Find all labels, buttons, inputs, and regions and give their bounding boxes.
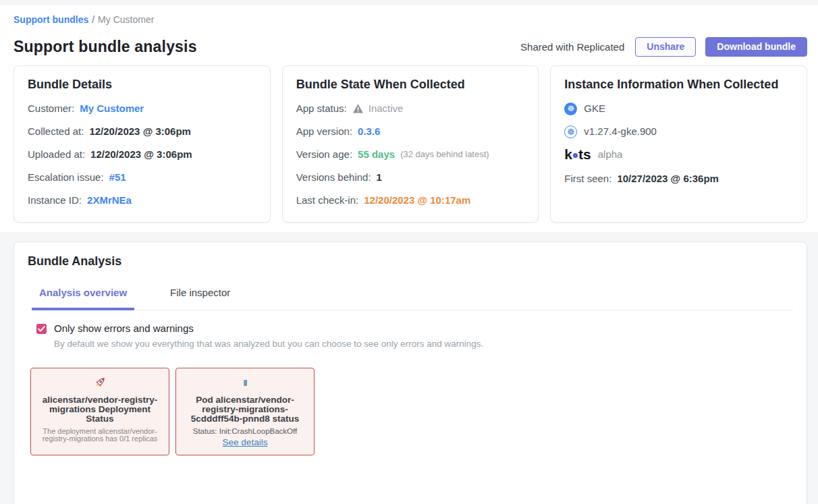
tab-file-inspector[interactable]: File inspector xyxy=(163,287,238,310)
customer-label: Customer: xyxy=(28,102,74,115)
app-version-label: App version: xyxy=(296,125,352,138)
issue-card-deployment: alicenstar/vendor-registry-migrations De… xyxy=(30,368,169,455)
bundle-details-title: Bundle Details xyxy=(28,78,256,92)
customer-link[interactable]: My Customer xyxy=(80,102,144,115)
first-seen-label: First seen: xyxy=(564,172,611,186)
version-age-value: 55 days xyxy=(358,148,395,161)
app-status-value: Inactive xyxy=(369,102,404,115)
k8s-version-row: ☸ v1.27.4-gke.900 xyxy=(564,125,793,138)
uploaded-at-label: Uploaded at: xyxy=(28,148,85,161)
info-cards-row: Bundle Details Customer: My Customer Col… xyxy=(13,65,807,223)
first-seen-row: First seen: 10/27/2023 @ 6:36pm xyxy=(564,172,793,186)
app-version-link[interactable]: 0.3.6 xyxy=(358,125,380,138)
issue-detail: The deployment alicenstar/vendor-registr… xyxy=(38,428,162,443)
breadcrumb-link-support-bundles[interactable]: Support bundles xyxy=(13,14,88,25)
bundle-state-title: Bundle State When Collected xyxy=(296,78,525,92)
page-header-section: Support bundles/My Customer Support bund… xyxy=(0,5,818,232)
instance-info-title: Instance Information When Collected xyxy=(564,78,793,92)
unshare-button[interactable]: Unshare xyxy=(635,37,696,57)
download-bundle-button[interactable]: Download bundle xyxy=(705,37,807,57)
issue-status: Status: Init:CrashLoopBackOff xyxy=(183,427,307,435)
issue-card-pod-status: Pod alicenstar/vendor-registry-migration… xyxy=(175,368,315,455)
escalation-issue-label: Escalation issue: xyxy=(28,171,104,184)
first-seen-value: 10/27/2023 @ 6:36pm xyxy=(617,172,719,186)
instance-id-link[interactable]: 2XMrNEa xyxy=(87,194,132,207)
kubernetes-icon: ☸ xyxy=(564,125,577,138)
app-status-label: App status: xyxy=(296,102,347,115)
shared-status-text: Shared with Replicated xyxy=(520,41,624,53)
versions-behind-label: Versions behind: xyxy=(296,171,371,184)
analysis-tabs: Analysis overview File inspector xyxy=(32,287,793,310)
collected-at-row: Collected at: 12/20/2023 @ 3:06pm xyxy=(28,125,256,138)
bundle-details-card: Bundle Details Customer: My Customer Col… xyxy=(13,65,271,223)
kots-row: kts alpha xyxy=(564,148,793,161)
customer-row: Customer: My Customer xyxy=(28,102,256,115)
instance-id-row: Instance ID: 2XMrNEa xyxy=(28,194,256,207)
versions-behind-row: Versions behind: 1 xyxy=(296,171,525,184)
warning-icon xyxy=(352,103,364,114)
filter-text-block: Only show errors and warnings By default… xyxy=(54,322,483,349)
last-checkin-label: Last check-in: xyxy=(296,194,359,207)
app-status-row: App status: Inactive xyxy=(296,102,525,115)
escalation-issue-link[interactable]: #51 xyxy=(109,171,126,184)
collected-at-value: 12/20/2023 @ 3:06pm xyxy=(89,125,191,138)
gke-icon: ☸ xyxy=(564,103,577,115)
versions-behind-value: 1 xyxy=(377,171,382,184)
page-title: Support bundle analysis xyxy=(13,38,197,56)
uploaded-at-value: 12/20/2023 @ 3:06pm xyxy=(90,148,192,161)
issues-row: alicenstar/vendor-registry-migrations De… xyxy=(30,368,793,455)
distribution-value: GKE xyxy=(584,102,605,115)
instance-info-card: Instance Information When Collected ☸ GK… xyxy=(550,65,807,223)
last-checkin-value: 12/20/2023 @ 10:17am xyxy=(364,194,470,207)
issue-title: Pod alicenstar/vendor-registry-migration… xyxy=(183,395,307,424)
breadcrumb-current: My Customer xyxy=(98,14,154,25)
app-version-row: App version: 0.3.6 xyxy=(296,125,525,138)
uploaded-at-row: Uploaded at: 12/20/2023 @ 3:06pm xyxy=(28,148,256,161)
kots-logo: kts xyxy=(564,148,591,161)
version-age-row: Version age: 55 days (32 days behind lat… xyxy=(296,148,525,161)
breadcrumb: Support bundles/My Customer xyxy=(13,14,807,25)
kots-version: alpha xyxy=(598,148,623,161)
filter-description: By default we show you everything that w… xyxy=(54,339,483,349)
rocket-icon xyxy=(38,374,162,391)
breadcrumb-separator: / xyxy=(92,14,94,25)
filter-label[interactable]: Only show errors and warnings xyxy=(54,322,483,335)
issue-title: alicenstar/vendor-registry-migrations De… xyxy=(38,395,162,424)
version-age-label: Version age: xyxy=(296,148,352,161)
escalation-issue-row: Escalation issue: #51 xyxy=(28,171,256,184)
filter-row: Only show errors and warnings By default… xyxy=(36,322,793,349)
header-actions: Shared with Replicated Unshare Download … xyxy=(520,37,807,57)
tab-analysis-overview[interactable]: Analysis overview xyxy=(32,287,134,310)
collected-at-label: Collected at: xyxy=(28,125,84,138)
only-errors-checkbox[interactable] xyxy=(36,324,47,334)
pod-icon xyxy=(183,374,307,391)
distribution-row: ☸ GKE xyxy=(564,102,793,115)
bundle-analysis-title: Bundle Analysis xyxy=(28,254,793,269)
last-checkin-row: Last check-in: 12/20/2023 @ 10:17am xyxy=(296,194,525,207)
kots-logo-o xyxy=(573,153,578,158)
see-details-link[interactable]: See details xyxy=(223,437,268,447)
page-header-row: Support bundle analysis Shared with Repl… xyxy=(13,36,807,57)
instance-id-label: Instance ID: xyxy=(28,194,82,207)
bundle-analysis-card: Bundle Analysis Analysis overview File i… xyxy=(13,242,807,504)
k8s-version-value: v1.27.4-gke.900 xyxy=(584,125,657,138)
version-age-note: (32 days behind latest) xyxy=(400,148,489,161)
bundle-state-card: Bundle State When Collected App status: … xyxy=(282,65,539,223)
